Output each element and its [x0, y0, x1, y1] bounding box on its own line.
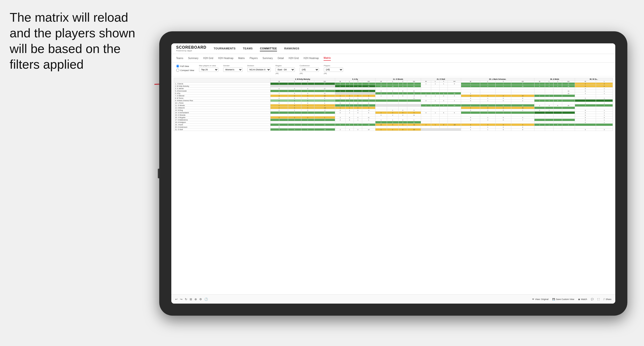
cell: 0: [288, 124, 301, 126]
cell: [511, 121, 534, 124]
redo-icon[interactable]: ↪: [180, 298, 182, 301]
cell: 10: [407, 128, 421, 131]
conference-filter: Conference (All) (All): [300, 65, 319, 74]
player-name: 9. A Maria Jimenez Rios: [174, 100, 270, 102]
watch-btn[interactable]: ◉ Watch: [578, 298, 587, 301]
save-custom-btn[interactable]: 💾 Save Custom View: [552, 298, 574, 301]
sub-nav-h2h-heatmap2[interactable]: H2H Heatmap: [304, 56, 319, 60]
cell: 0: [301, 116, 314, 119]
cell: 3: [270, 119, 288, 121]
division-select[interactable]: NCAA Division II: [247, 67, 271, 72]
cell: [421, 121, 431, 124]
cell: [545, 121, 554, 124]
sub-col-l1: L: [288, 80, 301, 83]
cell: 3: [407, 109, 421, 112]
cell: 1: [335, 90, 346, 92]
table-row: 3. S Jelinek 0 2 0 17: [174, 87, 613, 90]
share-icon: ⤴: [604, 298, 605, 301]
max-players-select[interactable]: Top 25: [199, 67, 218, 72]
cell: [534, 112, 545, 114]
compact-view-option[interactable]: Compact View: [176, 69, 194, 72]
view-options: Full View Compact View: [176, 65, 194, 72]
nav-item-committee[interactable]: COMMITTEE: [260, 46, 277, 51]
refresh-icon[interactable]: ↻: [185, 298, 187, 301]
sub-col-w6: W: [534, 80, 545, 83]
cell: [431, 119, 440, 121]
sub-nav-detail[interactable]: Detail: [278, 56, 284, 60]
region-select[interactable]: East - DII: [276, 67, 295, 72]
nav-items: TOURNAMENTS TEAMS COMMITTEE RANKINGS: [214, 46, 610, 51]
settings-icon[interactable]: ⚙: [199, 298, 202, 301]
cell: 0: [354, 124, 362, 126]
full-view-option[interactable]: Full View: [176, 65, 194, 68]
cell: [375, 97, 387, 100]
sub-nav-players[interactable]: Players: [250, 56, 258, 60]
sub-nav-summary2[interactable]: Summary: [262, 56, 273, 60]
cell: [431, 114, 440, 116]
cell: [362, 92, 376, 95]
cell: [534, 97, 545, 100]
save-icon: 💾: [552, 298, 555, 301]
sub-nav-h2h-grid2[interactable]: H2H Grid: [288, 56, 299, 60]
table-row: 18. A Hodgson 0 0 0 11: [174, 121, 613, 124]
cell: 0: [398, 124, 407, 126]
cell: 0: [421, 95, 431, 97]
filter-icon[interactable]: ⊞: [190, 298, 192, 301]
cell: 17: [314, 87, 335, 90]
cell: [354, 121, 362, 124]
cell: [270, 121, 288, 124]
cell: [398, 126, 407, 128]
undo-icon[interactable]: ↩: [175, 298, 178, 301]
zoom-icon[interactable]: ⊕: [194, 298, 197, 301]
sub-nav-h2h-heatmap[interactable]: H2H Heatmap: [218, 56, 233, 60]
nav-item-teams[interactable]: TEAMS: [243, 46, 253, 51]
sub-nav-h2h-grid[interactable]: H2H Grid: [203, 56, 213, 60]
sub-nav-teams[interactable]: Teams: [176, 56, 183, 60]
cell: [534, 121, 545, 124]
cell: [496, 87, 511, 90]
player-name: 14. S Srichantamit: [174, 112, 270, 114]
cell: 4: [431, 92, 440, 95]
compact-view-radio[interactable]: [176, 69, 179, 72]
cell: 2: [335, 119, 346, 121]
cell: 0: [554, 104, 562, 107]
share-btn[interactable]: ⤴ Share: [604, 298, 612, 301]
cell: [421, 126, 431, 128]
cell: 0: [301, 87, 314, 90]
cell: [440, 109, 448, 112]
cell: [534, 90, 545, 92]
sub-nav-summary[interactable]: Summary: [188, 56, 198, 60]
sub-nav-matrix[interactable]: Matrix: [238, 56, 245, 60]
sub-col-l6: L: [545, 80, 554, 83]
conference-select[interactable]: (All): [300, 67, 319, 72]
cell: [345, 87, 354, 90]
cell: [335, 87, 346, 90]
clock-icon[interactable]: 🕐: [204, 298, 208, 301]
cell: 3: [270, 90, 288, 92]
cell: 2: [387, 112, 398, 114]
cell: 0: [496, 116, 511, 119]
view-original-btn[interactable]: 👁 View: Original: [532, 298, 548, 301]
cell: 0: [461, 119, 480, 121]
nav-item-tournaments[interactable]: TOURNAMENTS: [214, 46, 236, 51]
share-label: Share: [606, 298, 612, 301]
player-name: 20. E Andersson: [174, 126, 270, 128]
cell: [431, 90, 440, 92]
cell: 18: [314, 95, 335, 97]
players-select[interactable]: (All): [324, 67, 343, 72]
gender-select[interactable]: Women's: [223, 67, 242, 72]
full-view-radio[interactable]: [176, 65, 179, 68]
cell: [448, 109, 461, 112]
cell: 0: [301, 83, 314, 85]
cell: 0: [596, 100, 613, 102]
comment-btn[interactable]: 💬: [591, 298, 594, 301]
cell: 2: [362, 95, 376, 97]
cell: 2: [362, 102, 376, 104]
nav-item-rankings[interactable]: RANKINGS: [284, 46, 300, 51]
expand-btn[interactable]: ⛶: [598, 298, 600, 301]
col-header-60: 60. W Za...: [575, 78, 613, 80]
cell: [421, 107, 431, 109]
cell: 1: [387, 92, 398, 95]
sub-nav-matrix2[interactable]: Matrix: [324, 56, 330, 61]
cell: [407, 116, 421, 119]
